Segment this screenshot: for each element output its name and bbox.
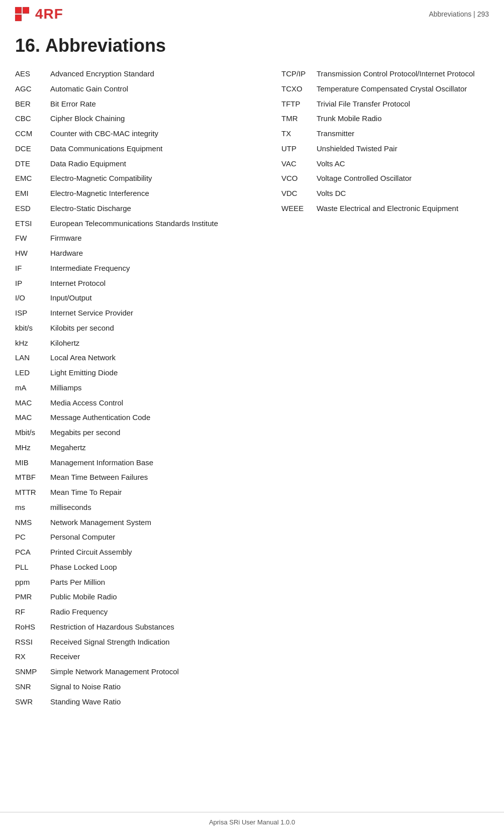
abbr-definition: Internet Protocol [50, 276, 266, 291]
list-item: UTP Unshielded Twisted Pair [281, 141, 482, 156]
abbr-code: kbit/s [15, 321, 50, 336]
abbr-code: VDC [281, 186, 317, 201]
list-item: BER Bit Error Rate [15, 96, 266, 112]
list-item: VDC Volts DC [281, 186, 482, 201]
list-item: SNMP Simple Network Management Protocol [15, 664, 266, 679]
list-item: ESD Electro-Static Discharge [15, 201, 266, 216]
abbr-code: ESD [15, 201, 50, 216]
abbr-definition: Data Communications Equipment [50, 141, 266, 156]
abbr-code: IF [15, 261, 50, 276]
list-item: MHz Megahertz [15, 440, 266, 455]
abbr-definition: Advanced Encryption Standard [50, 66, 266, 81]
page-footer: Aprisa SRi User Manual 1.0.0 [0, 812, 504, 832]
abbr-definition: Media Access Control [50, 395, 266, 410]
abbr-definition: Personal Computer [50, 530, 266, 545]
abbr-code: ISP [15, 305, 50, 321]
abbr-code: ETSI [15, 216, 50, 231]
logo-icon [15, 7, 31, 21]
abbr-definition: Message Authentication Code [50, 410, 266, 425]
abbr-definition: Transmitter [317, 126, 482, 141]
abbr-definition: Mean Time Between Failures [50, 470, 266, 485]
list-item: FW Firmware [15, 231, 266, 246]
right-abbr-table: TCP/IP Transmission Control Protocol/Int… [281, 66, 482, 216]
abbr-definition: Cipher Block Chaining [50, 111, 266, 126]
abbr-code: IP [15, 276, 50, 291]
abbr-definition: Receiver [50, 649, 266, 664]
abbr-code: EMC [15, 171, 50, 186]
list-item: ms milliseconds [15, 500, 266, 515]
list-item: TCP/IP Transmission Control Protocol/Int… [281, 66, 482, 81]
abbr-code: Mbit/s [15, 425, 50, 440]
list-item: PCA Printed Circuit Assembly [15, 545, 266, 560]
abbr-definition: Megahertz [50, 440, 266, 455]
svg-rect-0 [15, 7, 22, 14]
abbr-code: MAC [15, 410, 50, 425]
abbr-definition: Transmission Control Protocol/Internet P… [317, 66, 482, 81]
abbr-definition: Simple Network Management Protocol [50, 664, 266, 679]
abbr-definition: Bit Error Rate [50, 96, 266, 112]
abbr-definition: Megabits per second [50, 425, 266, 440]
logo-area: 4RF [15, 6, 63, 22]
list-item: MTTR Mean Time To Repair [15, 485, 266, 500]
abbr-definition: Electro-Magnetic Compatibility [50, 171, 266, 186]
abbr-definition: Electro-Static Discharge [50, 201, 266, 216]
abbr-definition: milliseconds [50, 500, 266, 515]
list-item: kHz Kilohertz [15, 336, 266, 351]
abbr-code: VCO [281, 171, 317, 186]
abbr-code: EMI [15, 186, 50, 201]
abbr-definition: Internet Service Provider [50, 305, 266, 321]
abbr-code: MTBF [15, 470, 50, 485]
abbr-definition: Voltage Controlled Oscillator [317, 171, 482, 186]
list-item: RoHS Restriction of Hazardous Substances [15, 619, 266, 635]
content-area: AES Advanced Encryption Standard AGC Aut… [0, 61, 504, 739]
list-item: AGC Automatic Gain Control [15, 81, 266, 96]
abbr-code: MHz [15, 440, 50, 455]
list-item: LED Light Emitting Diode [15, 365, 266, 380]
abbr-definition: Unshielded Twisted Pair [317, 141, 482, 156]
abbr-definition: Restriction of Hazardous Substances [50, 619, 266, 635]
chapter-label: Abbreviations [45, 35, 166, 56]
abbr-code: AGC [15, 81, 50, 96]
list-item: IP Internet Protocol [15, 276, 266, 291]
abbr-code: SWR [15, 694, 50, 709]
abbr-definition: Hardware [50, 246, 266, 261]
abbr-definition: Firmware [50, 231, 266, 246]
abbr-code: RX [15, 649, 50, 664]
abbr-definition: Trunk Mobile Radio [317, 111, 482, 126]
list-item: TMR Trunk Mobile Radio [281, 111, 482, 126]
list-item: ISP Internet Service Provider [15, 305, 266, 321]
abbr-code: PMR [15, 589, 50, 604]
abbr-definition: Volts AC [317, 156, 482, 171]
abbr-definition: Parts Per Million [50, 575, 266, 590]
list-item: VCO Voltage Controlled Oscillator [281, 171, 482, 186]
list-item: CBC Cipher Block Chaining [15, 111, 266, 126]
list-item: MTBF Mean Time Between Failures [15, 470, 266, 485]
abbr-code: SNMP [15, 664, 50, 679]
abbr-code: FW [15, 231, 50, 246]
list-item: AES Advanced Encryption Standard [15, 66, 266, 81]
right-column: TCP/IP Transmission Control Protocol/Int… [266, 66, 482, 709]
svg-rect-2 [15, 15, 22, 21]
page-number: Abbreviations | 293 [429, 10, 489, 18]
list-item: HW Hardware [15, 246, 266, 261]
abbr-code: MAC [15, 395, 50, 410]
abbr-code: CBC [15, 111, 50, 126]
abbr-code: BER [15, 96, 50, 112]
abbr-code: ms [15, 500, 50, 515]
list-item: WEEE Waste Electrical and Electronic Equ… [281, 201, 482, 216]
logo-text: 4RF [35, 6, 63, 22]
abbr-code: RSSI [15, 635, 50, 650]
abbr-definition: Counter with CBC-MAC integrity [50, 126, 266, 141]
abbr-definition: Electro-Magnetic Interference [50, 186, 266, 201]
abbr-definition: Data Radio Equipment [50, 156, 266, 171]
abbr-definition: Waste Electrical and Electronic Equipmen… [317, 201, 482, 216]
list-item: SWR Standing Wave Ratio [15, 694, 266, 709]
abbr-code: mA [15, 380, 50, 395]
list-item: RF Radio Frequency [15, 604, 266, 619]
list-item: PC Personal Computer [15, 530, 266, 545]
list-item: ppm Parts Per Million [15, 575, 266, 590]
list-item: RSSI Received Signal Strength Indication [15, 635, 266, 650]
list-item: RX Receiver [15, 649, 266, 664]
page-header: 4RF Abbreviations | 293 [0, 0, 504, 26]
abbr-definition: Temperature Compensated Crystal Oscillat… [317, 81, 482, 96]
